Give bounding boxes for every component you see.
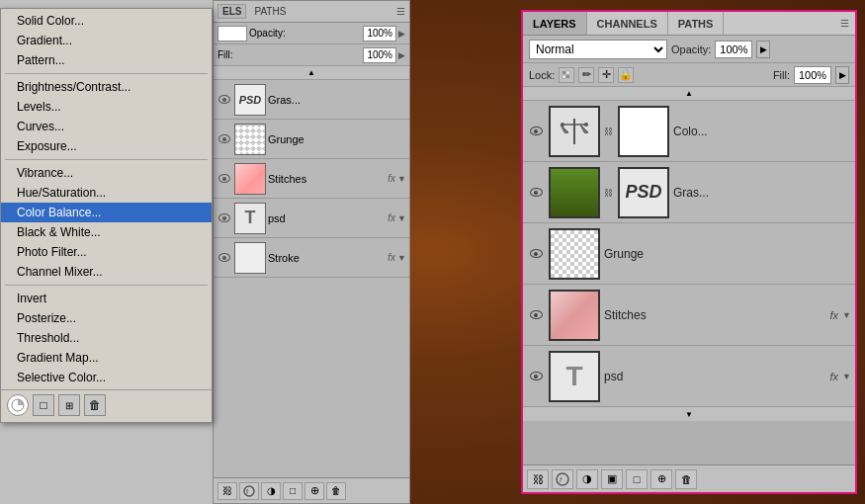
svg-text:f: f xyxy=(560,475,562,484)
strip-blend-indicator[interactable] xyxy=(217,26,247,42)
fx-badge-stitches: fx xyxy=(830,309,839,321)
tab-channels[interactable]: CHANNELS xyxy=(587,12,668,35)
menu-item-posterize[interactable]: Posterize... xyxy=(1,308,212,328)
strip-eye-icon-4 xyxy=(218,213,230,222)
fx-arrow-stitches[interactable]: ▼ xyxy=(842,310,851,320)
fx-arrow-psd[interactable]: ▼ xyxy=(842,372,851,381)
strip-new-layer-btn[interactable]: ⊕ xyxy=(304,482,324,500)
strip-eye-4[interactable] xyxy=(216,210,232,226)
menu-item-color-balance[interactable]: Color Balance... xyxy=(1,203,212,222)
fill-arrow[interactable]: ▶ xyxy=(835,66,849,84)
strip-name-2: Grunge xyxy=(268,133,406,145)
eye-btn-grunge[interactable] xyxy=(527,245,545,263)
strip-layer-row-5: Stroke fx ▼ xyxy=(214,238,409,278)
link-layers-btn[interactable]: ⛓ xyxy=(527,469,549,489)
layer-row-color[interactable]: ➤ ⛓ Colo... xyxy=(523,101,855,162)
adjustment-layer-btn[interactable]: ▣ xyxy=(601,469,623,489)
menu-item-solid-color[interactable]: Solid Color... xyxy=(1,11,212,31)
menu-item-invert[interactable]: Invert xyxy=(1,289,212,308)
menu-item-gradient-map[interactable]: Gradient Map... xyxy=(1,348,212,368)
menu-item-vibrance[interactable]: Vibrance... xyxy=(1,163,212,183)
strip-fill-value[interactable]: 100% xyxy=(363,47,396,63)
eye-btn-color[interactable] xyxy=(527,123,545,140)
strip-fill-arrow[interactable]: ▶ xyxy=(398,50,405,60)
layers-scroll-down[interactable]: ▼ xyxy=(523,407,855,421)
layer-row-stitches[interactable]: Stitches fx ▼ xyxy=(523,285,855,346)
menu-item-photo-filter[interactable]: Photo Filter... xyxy=(1,242,212,262)
menu-item-curves[interactable]: Curves... xyxy=(1,117,212,136)
strip-opacity-arrow[interactable]: ▶ xyxy=(398,29,405,39)
strip-layer-row-4: T psd fx ▼ xyxy=(214,199,409,238)
opacity-arrow[interactable]: ▶ xyxy=(756,41,770,58)
eye-btn-grass[interactable] xyxy=(527,184,545,202)
strip-name-3: Stitches xyxy=(268,173,386,185)
menu-item-black-white[interactable]: Black & White... xyxy=(1,222,212,242)
strip-link-btn[interactable]: ⛓ xyxy=(217,482,237,500)
lock-transparent-btn[interactable] xyxy=(559,67,574,83)
strip-fx-arrow-4[interactable]: ▼ xyxy=(397,213,406,223)
panel-bottom-toolbar: ⛓ f ◑ ▣ □ ⊕ 🗑 xyxy=(523,464,855,492)
layer-thumb-grass-mask: PSD xyxy=(618,167,669,218)
tab-paths[interactable]: PATHS xyxy=(668,12,725,35)
layer-name-stitches: Stitches xyxy=(604,308,826,322)
strip-name-5: Stroke xyxy=(268,252,386,264)
layer-row-grass[interactable]: ⛓ PSD Gras... xyxy=(523,162,855,223)
svg-point-10 xyxy=(584,123,588,126)
layer-row-psd[interactable]: T psd fx ▼ xyxy=(523,346,855,407)
fill-value[interactable]: 100% xyxy=(794,66,831,84)
lock-move-btn[interactable]: ✛ xyxy=(598,67,614,83)
eye-icon-grass xyxy=(530,188,543,197)
new-fill-adjustment-btn[interactable]: ◑ xyxy=(576,469,598,489)
strip-new-fill-btn[interactable]: ◑ xyxy=(261,482,281,500)
strip-fx-btn[interactable]: f xyxy=(239,482,259,500)
menu-item-brightness[interactable]: Brightness/Contrast... xyxy=(1,77,212,97)
new-group-btn[interactable]: □ xyxy=(626,469,648,489)
menu-item-pattern[interactable]: Pattern... xyxy=(1,50,212,70)
strip-layer-row-1: PSD Gras... xyxy=(214,80,409,120)
strip-fx-3: fx xyxy=(388,173,395,184)
strip-fx-arrow-5[interactable]: ▼ xyxy=(397,253,406,263)
lock-all-btn[interactable]: 🔒 xyxy=(618,67,634,83)
menu-trash-icon[interactable]: 🗑 xyxy=(84,394,106,416)
opacity-value[interactable]: 100% xyxy=(715,41,752,58)
strip-folder-btn[interactable]: □ xyxy=(283,482,303,500)
panel-menu-button[interactable]: ☰ xyxy=(834,12,855,35)
layer-info-grunge: Grunge xyxy=(604,247,851,261)
strip-trash-btn[interactable]: 🗑 xyxy=(326,482,346,500)
tab-layers[interactable]: LAYERS xyxy=(523,12,587,35)
svg-rect-6 xyxy=(566,75,569,78)
strip-tab-els[interactable]: ELS xyxy=(217,4,246,19)
eye-btn-psd[interactable] xyxy=(527,368,545,385)
strip-eye-3[interactable] xyxy=(216,171,232,187)
layer-thumb-grass xyxy=(549,167,600,218)
delete-layer-btn[interactable]: 🗑 xyxy=(675,469,697,489)
menu-item-hue-sat[interactable]: Hue/Saturation... xyxy=(1,183,212,203)
menu-item-levels[interactable]: Levels... xyxy=(1,97,212,117)
layer-row-grunge[interactable]: Grunge xyxy=(523,223,855,285)
strip-eye-1[interactable] xyxy=(216,92,232,108)
menu-item-exposure[interactable]: Exposure... xyxy=(1,136,212,156)
menu-item-selective-color[interactable]: Selective Color... xyxy=(1,368,212,387)
menu-item-gradient[interactable]: Gradient... xyxy=(1,31,212,50)
strip-tab-paths[interactable]: PATHS xyxy=(250,5,290,18)
layer-effects-btn[interactable]: f xyxy=(552,469,573,489)
strip-eye-icon-2 xyxy=(218,134,230,143)
svg-point-11 xyxy=(557,473,568,485)
layers-scroll-up[interactable]: ▲ xyxy=(523,87,855,101)
menu-item-channel-mixer[interactable]: Channel Mixer... xyxy=(1,262,212,282)
blend-mode-select[interactable]: Normal xyxy=(529,40,667,59)
strip-eye-5[interactable] xyxy=(216,250,232,266)
menu-item-threshold[interactable]: Threshold... xyxy=(1,328,212,348)
new-layer-btn[interactable]: ⊕ xyxy=(650,469,672,489)
menu-square-icon[interactable]: □ xyxy=(33,394,54,416)
strip-scroll-up[interactable]: ▲ xyxy=(214,66,409,80)
lock-paint-btn[interactable]: ✏ xyxy=(578,67,594,83)
strip-opacity-value[interactable]: 100% xyxy=(363,26,396,42)
eye-btn-stitches[interactable] xyxy=(527,306,545,324)
menu-circle-icon[interactable] xyxy=(7,394,29,416)
strip-menu-icon[interactable]: ☰ xyxy=(396,6,405,17)
strip-eye-2[interactable] xyxy=(216,131,232,147)
strip-fx-arrow-3[interactable]: ▼ xyxy=(397,174,406,184)
menu-sep-2 xyxy=(5,159,208,160)
menu-stack-icon[interactable]: ⊞ xyxy=(58,394,80,416)
